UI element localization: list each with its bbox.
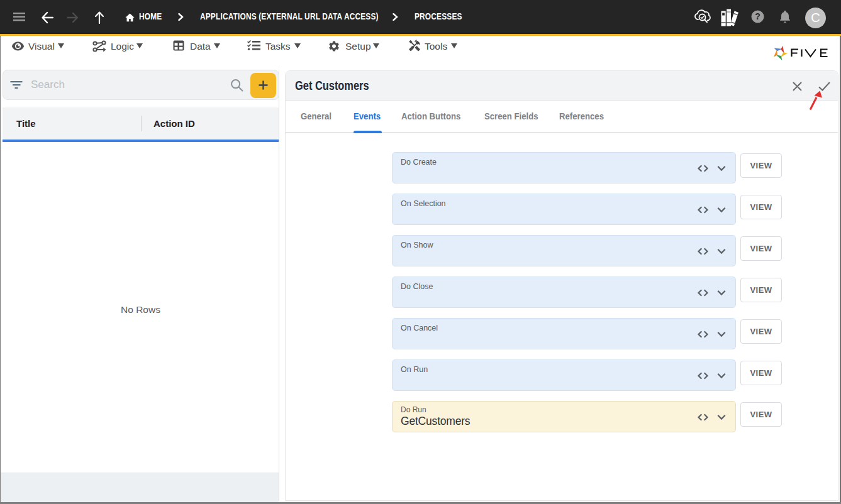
svg-text:?: ?: [755, 11, 760, 21]
